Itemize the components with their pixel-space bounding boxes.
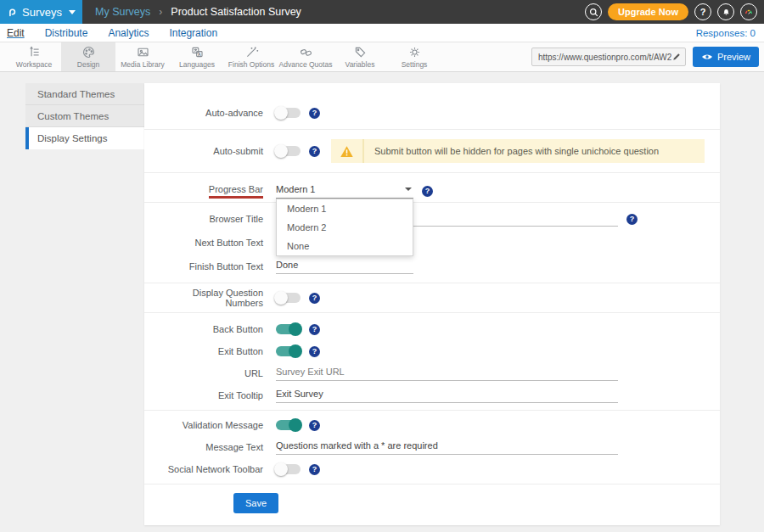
section-divider — [144, 283, 720, 283]
toolbar-item-settings[interactable]: Settings — [387, 42, 441, 71]
toolbar-item-label: Finish Options — [228, 60, 274, 69]
sidebar-item-custom-themes[interactable]: Custom Themes — [25, 105, 144, 127]
validation-message-toggle[interactable] — [276, 420, 301, 430]
browser-title-label: Browser Title — [161, 214, 263, 224]
sidebar-item-standard-themes[interactable]: Standard Themes — [25, 83, 144, 105]
display-question-numbers-help-icon[interactable] — [309, 293, 320, 304]
validation-message-label: Validation Message — [161, 420, 263, 430]
save-button[interactable]: Save — [233, 493, 278, 513]
topbar-actions: Upgrade Now ? — [585, 0, 764, 24]
next-button-text-row: Next Button Text Next — [161, 232, 705, 254]
svg-text:A: A — [198, 53, 201, 57]
display-question-numbers-label: Display Question Numbers — [161, 288, 263, 308]
toolbar-item-label: Advance Quotas — [279, 60, 333, 69]
progress-bar-help-icon[interactable] — [422, 186, 433, 197]
progress-bar-row: Progress Bar Modern 1 Modern 1 Modern 2 … — [161, 180, 705, 202]
auto-advance-toggle[interactable] — [276, 108, 301, 118]
back-button-toggle[interactable] — [276, 324, 301, 334]
exit-tooltip-input[interactable]: Exit Survey — [276, 389, 618, 403]
search-icon[interactable] — [585, 3, 602, 20]
exit-url-row: URL Survey Exit URL — [161, 362, 705, 384]
warning-text: Submit button will be hidden for pages w… — [374, 146, 659, 156]
breadcrumb: My Surveys › Product Satisfaction Survey — [82, 0, 585, 24]
breadcrumb-my-surveys[interactable]: My Surveys — [95, 6, 150, 18]
exit-url-label: URL — [161, 368, 263, 378]
eye-icon — [701, 53, 713, 61]
social-network-toolbar-toggle[interactable] — [276, 464, 301, 474]
auto-advance-row: Auto-advance — [161, 102, 705, 124]
image-icon — [136, 45, 150, 59]
responses-count[interactable]: Responses: 0 — [696, 28, 756, 38]
social-network-toolbar-row: Social Network Toolbar — [161, 458, 705, 480]
tab-integration[interactable]: Integration — [169, 27, 217, 39]
message-text-label: Message Text — [161, 442, 263, 452]
validation-message-row: Validation Message — [161, 414, 705, 436]
survey-url-text: https://www.questionpro.com/t/AW22Zh44 — [538, 53, 671, 62]
toolbar-item-variables[interactable]: Variables — [333, 42, 387, 71]
module-nav: Edit Distribute Analytics Integration Re… — [0, 24, 764, 42]
auto-submit-warning: Submit button will be hidden for pages w… — [331, 139, 705, 163]
gear-icon — [407, 45, 422, 59]
sidebar-item-display-settings[interactable]: Display Settings — [25, 127, 144, 149]
preview-button[interactable]: Preview — [693, 47, 759, 67]
progress-bar-select[interactable]: Modern 1 — [276, 184, 413, 199]
message-text-row: Message Text Questions marked with a * a… — [161, 436, 705, 458]
auto-submit-row: Auto-submit Submit button will be hidden… — [161, 138, 705, 164]
toolbar-item-advance-quotas[interactable]: Advance Quotas — [278, 42, 333, 71]
validation-message-help-icon[interactable] — [309, 420, 320, 431]
toolbar-item-design[interactable]: Design — [61, 42, 115, 71]
exit-button-help-icon[interactable] — [309, 346, 320, 357]
toolbar-item-label: Design — [77, 60, 99, 69]
toolbar-item-workspace[interactable]: Workspace — [7, 42, 61, 71]
exit-tooltip-row: Exit Tooltip Exit Survey — [161, 384, 705, 406]
social-network-toolbar-help-icon[interactable] — [309, 464, 320, 475]
exit-url-input[interactable]: Survey Exit URL — [276, 367, 618, 381]
dropdown-option-none[interactable]: None — [277, 237, 413, 255]
toolbar-item-label: Variables — [345, 60, 375, 69]
dropdown-option-modern2[interactable]: Modern 2 — [277, 218, 413, 237]
message-text-input[interactable]: Questions marked with a * are required — [276, 440, 618, 455]
progress-bar-selected-value: Modern 1 — [276, 184, 315, 194]
toolbar-item-languages[interactable]: A Languages — [170, 42, 224, 71]
tab-analytics[interactable]: Analytics — [108, 27, 149, 39]
tab-edit[interactable]: Edit — [7, 27, 25, 39]
exit-button-label: Exit Button — [161, 346, 263, 356]
exit-button-toggle[interactable] — [276, 346, 301, 356]
chevron-down-icon — [69, 10, 76, 14]
auto-advance-help-icon[interactable] — [309, 108, 320, 119]
browser-title-help-icon[interactable] — [626, 214, 638, 225]
upgrade-now-button[interactable]: Upgrade Now — [608, 3, 688, 20]
auto-submit-toggle[interactable] — [276, 146, 301, 156]
dropdown-option-modern1[interactable]: Modern 1 — [277, 199, 413, 218]
top-bar: Surveys My Surveys › Product Satisfactio… — [0, 0, 764, 24]
select-caret-icon — [405, 188, 412, 191]
finish-button-text-input[interactable]: Done — [276, 260, 413, 274]
toolbar-item-label: Settings — [402, 60, 428, 69]
surveys-menu[interactable]: Surveys — [0, 0, 82, 24]
help-circle-icon[interactable]: ? — [694, 3, 711, 20]
main-area: Standard Themes Custom Themes Display Se… — [0, 73, 764, 532]
toolbar-item-label: Workspace — [16, 60, 52, 69]
social-network-toolbar-label: Social Network Toolbar — [161, 464, 263, 474]
translate-icon: A — [190, 45, 205, 59]
edit-pencil-icon[interactable] — [671, 52, 682, 62]
palette-icon — [81, 45, 96, 59]
section-divider — [144, 484, 720, 484]
notifications-bell-icon[interactable] — [717, 3, 734, 20]
display-question-numbers-toggle[interactable] — [276, 293, 301, 303]
back-button-help-icon[interactable] — [309, 324, 320, 335]
auto-submit-help-icon[interactable] — [309, 146, 320, 157]
toolbar-item-label: Languages — [179, 60, 215, 69]
preview-button-label: Preview — [717, 52, 750, 62]
back-button-row: Back Button — [161, 318, 705, 340]
questionpro-logo — [7, 5, 17, 19]
toolbar-item-finish-options[interactable]: Finish Options — [224, 42, 278, 71]
display-question-numbers-row: Display Question Numbers — [161, 287, 705, 309]
toolbar-item-media-library[interactable]: Media Library — [115, 42, 170, 71]
usage-gauge-icon[interactable] — [740, 3, 757, 20]
survey-url-field[interactable]: https://www.questionpro.com/t/AW22Zh44 — [531, 48, 686, 66]
breadcrumb-separator: › — [159, 6, 162, 18]
wand-icon — [244, 45, 259, 59]
tab-distribute[interactable]: Distribute — [45, 27, 88, 39]
section-divider — [144, 312, 720, 313]
